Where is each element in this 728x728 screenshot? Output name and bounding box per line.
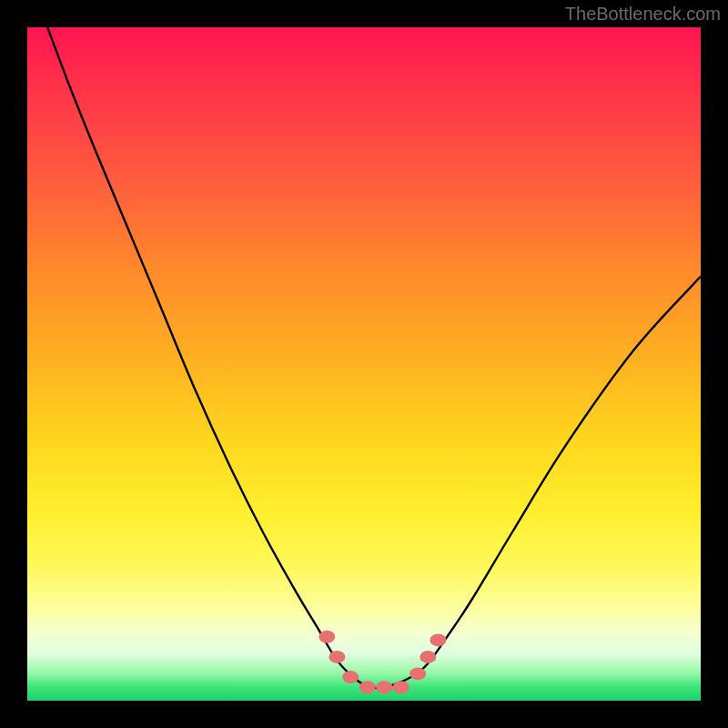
curve-marker (342, 671, 359, 683)
curve-marker (376, 681, 392, 693)
bottleneck-curve (47, 27, 701, 688)
curve-marker (318, 631, 335, 643)
chart-frame: TheBottleneck.com (0, 0, 728, 728)
curve-marker (393, 681, 410, 693)
curve-marker (410, 667, 426, 680)
marker-group (318, 631, 446, 694)
curve-marker (420, 651, 436, 663)
plot-area (27, 27, 701, 701)
curve-marker (430, 633, 446, 646)
attribution-label: TheBottleneck.com (565, 4, 721, 25)
curve-marker (359, 681, 376, 693)
curve-marker (329, 651, 345, 663)
curve-layer (27, 27, 701, 701)
